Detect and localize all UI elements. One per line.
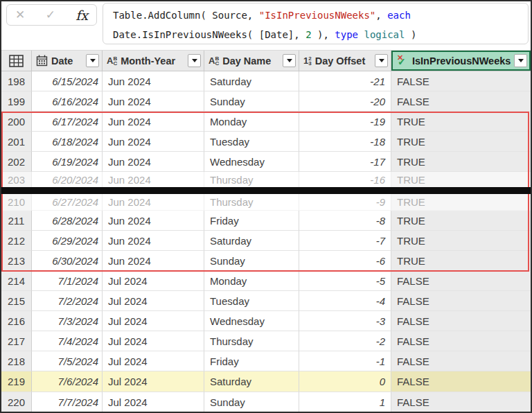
cell-isinpreviousnweeks[interactable]: FALSE: [391, 331, 531, 351]
filter-dropdown-button[interactable]: [375, 54, 388, 67]
cell-month-year[interactable]: Jul 2024: [103, 392, 204, 412]
cell-day-name[interactable]: Monday: [204, 271, 299, 291]
cell-day-name[interactable]: Saturday: [204, 231, 299, 251]
cell-day-name[interactable]: Wednesday: [204, 311, 299, 331]
cell-day-name[interactable]: Sunday: [204, 251, 299, 271]
cell-month-year[interactable]: Jun 2024: [103, 152, 204, 172]
cell-month-year[interactable]: Jun 2024: [103, 231, 204, 251]
cell-isinpreviousnweeks[interactable]: TRUE: [391, 172, 531, 187]
cell-day-name[interactable]: Thursday: [204, 331, 299, 351]
cell-day-name[interactable]: Friday: [204, 351, 299, 371]
cell-date[interactable]: 6/28/2024: [32, 211, 103, 231]
cell-day-offset[interactable]: -2: [299, 331, 391, 351]
cell-date[interactable]: 6/18/2024: [32, 132, 103, 152]
column-header-isinpreviousnweeks[interactable]: ✕✓ IsInPreviousNWeeks: [391, 51, 531, 71]
cell-month-year[interactable]: Jun 2024: [103, 211, 204, 231]
cell-date[interactable]: 6/15/2024: [32, 71, 103, 91]
cell-isinpreviousnweeks[interactable]: TRUE: [391, 231, 531, 251]
cell-month-year[interactable]: Jun 2024: [103, 71, 204, 91]
filter-dropdown-button[interactable]: [86, 54, 99, 67]
cell-date[interactable]: 6/30/2024: [32, 251, 103, 271]
cell-date[interactable]: 7/2/2024: [32, 291, 103, 311]
cell-day-offset[interactable]: -17: [299, 152, 391, 172]
commit-formula-icon[interactable]: ✓: [46, 9, 55, 21]
cell-day-offset[interactable]: -7: [299, 231, 391, 251]
cell-month-year[interactable]: Jul 2024: [103, 291, 204, 311]
cell-isinpreviousnweeks[interactable]: FALSE: [391, 351, 531, 371]
cell-date[interactable]: 7/4/2024: [32, 331, 103, 351]
cell-month-year[interactable]: Jun 2024: [103, 251, 204, 271]
cell-day-offset[interactable]: -4: [299, 291, 391, 311]
cell-isinpreviousnweeks[interactable]: TRUE: [391, 251, 531, 271]
column-header-month-year[interactable]: ABC Month-Year: [103, 51, 204, 71]
cell-month-year[interactable]: Jul 2024: [103, 351, 204, 371]
cell-day-offset[interactable]: -8: [299, 211, 391, 231]
cell-isinpreviousnweeks[interactable]: TRUE: [391, 132, 531, 152]
cell-date[interactable]: 6/16/2024: [32, 91, 103, 112]
cell-day-offset[interactable]: -5: [299, 271, 391, 291]
cell-day-name[interactable]: Friday: [204, 211, 299, 231]
cell-isinpreviousnweeks[interactable]: FALSE: [391, 392, 531, 412]
column-header-date[interactable]: Date: [32, 51, 103, 71]
cell-date[interactable]: 7/1/2024: [32, 271, 103, 291]
cell-day-name[interactable]: Monday: [204, 112, 299, 132]
cell-day-offset[interactable]: -19: [299, 112, 391, 132]
cell-month-year[interactable]: Jun 2024: [103, 91, 204, 112]
cell-month-year[interactable]: Jul 2024: [103, 311, 204, 331]
cell-day-offset[interactable]: -20: [299, 91, 391, 112]
cell-isinpreviousnweeks[interactable]: FALSE: [391, 291, 531, 311]
cell-date[interactable]: 7/3/2024: [32, 311, 103, 331]
cell-month-year[interactable]: Jun 2024: [103, 194, 204, 211]
cell-isinpreviousnweeks[interactable]: TRUE: [391, 112, 531, 132]
cell-day-offset[interactable]: -21: [299, 71, 391, 91]
cell-date[interactable]: 6/19/2024: [32, 152, 103, 172]
cell-isinpreviousnweeks[interactable]: FALSE: [391, 71, 531, 91]
cell-day-name[interactable]: Thursday: [204, 194, 299, 211]
cell-day-offset[interactable]: -16: [299, 172, 391, 187]
cell-month-year[interactable]: Jul 2024: [103, 331, 204, 351]
cell-day-name[interactable]: Sunday: [204, 91, 299, 112]
cell-date[interactable]: 6/27/2024: [32, 194, 103, 211]
cell-day-offset[interactable]: -6: [299, 251, 391, 271]
cell-isinpreviousnweeks[interactable]: TRUE: [391, 194, 531, 211]
cell-day-name[interactable]: Thursday: [204, 172, 299, 187]
cell-month-year[interactable]: Jun 2024: [103, 132, 204, 152]
cell-day-offset[interactable]: -3: [299, 311, 391, 331]
cell-day-name[interactable]: Wednesday: [204, 152, 299, 172]
cell-date[interactable]: 7/5/2024: [32, 351, 103, 371]
cell-day-offset[interactable]: 1: [299, 392, 391, 412]
cell-day-offset[interactable]: -18: [299, 132, 391, 152]
cell-day-name[interactable]: Saturday: [204, 71, 299, 91]
cell-date[interactable]: 6/17/2024: [32, 112, 103, 132]
cell-day-name[interactable]: Sunday: [204, 392, 299, 412]
cell-isinpreviousnweeks[interactable]: TRUE: [391, 211, 531, 231]
cell-day-offset[interactable]: -9: [299, 194, 391, 211]
cell-day-name[interactable]: Tuesday: [204, 291, 299, 311]
cell-day-name[interactable]: Saturday: [204, 371, 299, 392]
cell-month-year[interactable]: Jun 2024: [103, 112, 204, 132]
column-header-day-offset[interactable]: 123 Day Offset: [299, 51, 391, 71]
cell-isinpreviousnweeks[interactable]: FALSE: [391, 271, 531, 291]
cell-date[interactable]: 7/6/2024: [32, 371, 103, 392]
filter-dropdown-button[interactable]: [514, 54, 527, 67]
cell-day-offset[interactable]: -1: [299, 351, 391, 371]
cell-isinpreviousnweeks[interactable]: FALSE: [391, 311, 531, 331]
cell-isinpreviousnweeks[interactable]: FALSE: [391, 371, 531, 392]
filter-dropdown-button[interactable]: [283, 54, 296, 67]
filter-dropdown-button[interactable]: [188, 54, 201, 67]
cell-month-year[interactable]: Jul 2024: [103, 271, 204, 291]
formula-input[interactable]: Table.AddColumn( Source, "IsInPreviousNW…: [103, 3, 529, 44]
cell-month-year[interactable]: Jul 2024: [103, 371, 204, 392]
cell-day-name[interactable]: Tuesday: [204, 132, 299, 152]
cell-isinpreviousnweeks[interactable]: FALSE: [391, 91, 531, 112]
cell-day-offset[interactable]: 0: [299, 371, 391, 392]
cell-date[interactable]: 6/29/2024: [32, 231, 103, 251]
cell-month-year[interactable]: Jun 2024: [103, 172, 204, 187]
select-all-corner[interactable]: [1, 51, 32, 71]
cell-isinpreviousnweeks[interactable]: TRUE: [391, 152, 531, 172]
cell-date[interactable]: 6/20/2024: [32, 172, 103, 187]
column-label: Day Offset: [315, 55, 371, 67]
cancel-formula-icon[interactable]: ✕: [15, 9, 25, 21]
column-header-day-name[interactable]: ABC Day Name: [204, 51, 299, 71]
cell-date[interactable]: 7/7/2024: [32, 392, 103, 412]
